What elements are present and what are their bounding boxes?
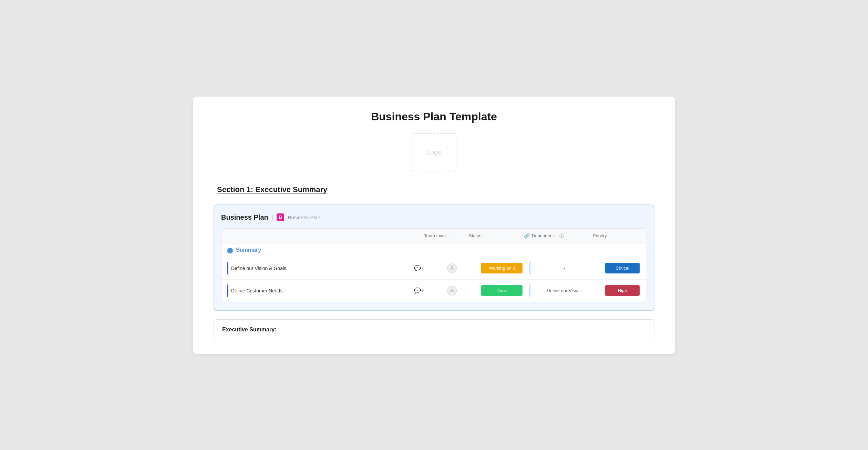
- row-color-bar: [227, 284, 228, 297]
- col-header-name: [227, 229, 424, 243]
- svg-point-0: [451, 266, 453, 268]
- section-group-label: Summary: [236, 247, 261, 253]
- row-name-cell: Define our Vision & Goals 💬+: [221, 257, 430, 279]
- board-badge-label: Business Plan: [288, 214, 320, 220]
- status-cell[interactable]: Working on it: [474, 259, 529, 277]
- table-header-row: Team Invol... Status 🔗 Dependent... ⓘ Pr…: [221, 229, 647, 243]
- page-container: Business Plan Template Logo Section 1: E…: [193, 97, 675, 354]
- exec-summary-box: Executive Summary:: [214, 319, 654, 340]
- board-title: Business Plan: [221, 213, 268, 221]
- col-header-priority: Priority: [593, 229, 641, 243]
- exec-summary-title: Executive Summary:: [222, 327, 276, 332]
- board-badge: B: [277, 213, 284, 221]
- priority-badge: High: [605, 285, 640, 296]
- row-name-text: Define Customer Needs: [231, 288, 411, 293]
- section-chevron-icon: ⬤: [227, 247, 233, 253]
- board-header: Business Plan | B Business Plan: [221, 213, 647, 221]
- section-heading: Section 1: Executive Summary: [214, 185, 654, 194]
- logo-placeholder: Logo: [412, 133, 456, 171]
- row-name-text: Define our Vision & Goals: [231, 266, 411, 271]
- row-name-cell: Define Customer Needs 💬+: [221, 280, 430, 302]
- status-badge: Working on it: [481, 263, 523, 273]
- team-cell: [430, 259, 474, 278]
- link-icon: 🔗: [524, 233, 530, 239]
- table-row: Define our Vision & Goals 💬+ Working on …: [221, 257, 647, 280]
- info-icon: ⓘ: [559, 233, 564, 239]
- board-table: Team Invol... Status 🔗 Dependent... ⓘ Pr…: [221, 228, 647, 302]
- col-header-status: Status: [469, 229, 524, 243]
- team-cell: [430, 281, 474, 300]
- priority-badge: Critical: [605, 263, 640, 273]
- section-group-row[interactable]: ⬤ Summary: [221, 243, 647, 257]
- priority-cell[interactable]: Critical: [598, 259, 647, 277]
- svg-point-1: [451, 289, 453, 290]
- depends-cell: Define our Visio...: [529, 284, 598, 297]
- row-color-bar: [227, 262, 228, 274]
- depends-cell: -: [529, 262, 598, 274]
- avatar: [447, 263, 457, 273]
- board-embed: Business Plan | B Business Plan Team Inv…: [214, 204, 654, 311]
- add-comment-icon[interactable]: 💬+: [414, 265, 424, 271]
- avatar: [447, 286, 457, 296]
- col-header-depends: 🔗 Dependent... ⓘ: [524, 229, 593, 243]
- col-header-team: Team Invol...: [424, 229, 469, 243]
- page-title: Business Plan Template: [214, 110, 654, 123]
- board-separator: |: [272, 214, 273, 221]
- priority-cell[interactable]: High: [598, 282, 647, 299]
- status-cell[interactable]: Done: [474, 282, 529, 299]
- status-badge: Done: [481, 285, 523, 296]
- add-comment-icon[interactable]: 💬+: [414, 287, 424, 294]
- table-row: Define Customer Needs 💬+ Done Define our…: [221, 280, 647, 302]
